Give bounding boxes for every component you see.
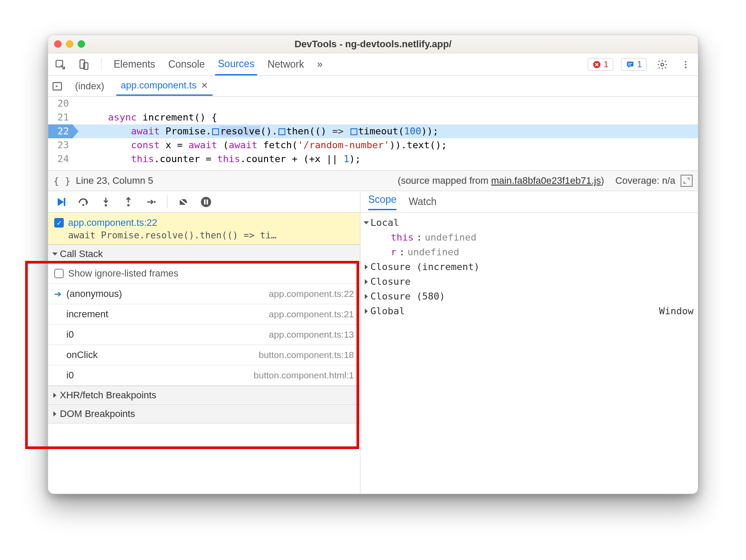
step-out-icon[interactable] xyxy=(122,195,135,208)
async-step-marker-icon[interactable] xyxy=(350,128,357,135)
expand-icon[interactable] xyxy=(681,175,693,187)
right-pane: Scope Watch Local this: undefined r: und… xyxy=(360,191,698,494)
scope-closure: Closure (increment) xyxy=(370,260,480,274)
current-frame-icon: ➔ xyxy=(54,289,62,299)
code-editor[interactable]: 20 21async increment() { 22 await Promis… xyxy=(48,97,698,170)
svg-rect-19 xyxy=(206,199,208,205)
xhr-breakpoints-header[interactable]: XHR/fetch Breakpoints xyxy=(48,386,360,405)
callstack-frame[interactable]: ➔(anonymous)app.component.ts:22 xyxy=(48,284,360,304)
inspect-element-icon[interactable] xyxy=(52,57,68,72)
cursor-position: Line 23, Column 5 xyxy=(76,175,154,186)
line-number[interactable]: 24 xyxy=(48,152,72,166)
scope-closure: Closure (580) xyxy=(370,289,445,304)
chevron-down-icon[interactable] xyxy=(364,221,369,225)
scope-value: undefined xyxy=(408,245,459,260)
frame-function: i0 xyxy=(66,370,74,381)
checkbox[interactable] xyxy=(54,269,64,278)
step-icon[interactable] xyxy=(144,195,157,208)
tab-network[interactable]: Network xyxy=(265,54,307,75)
step-over-icon[interactable] xyxy=(77,195,90,208)
window-title: DevTools - ng-devtools.netlify.app/ xyxy=(48,39,698,50)
issues-count: 1 xyxy=(637,59,642,69)
error-badge[interactable]: 1 xyxy=(588,58,613,71)
file-tab-index[interactable]: (index) xyxy=(71,77,108,95)
settings-icon[interactable] xyxy=(654,57,670,72)
tab-console[interactable]: Console xyxy=(166,54,207,75)
frame-function: increment xyxy=(66,309,108,320)
file-tab-label: app.component.ts xyxy=(121,80,196,91)
left-pane: ✓ app.component.ts:22 await Promise.reso… xyxy=(48,191,360,494)
frame-location: button.component.ts:18 xyxy=(259,350,354,360)
kebab-menu-icon[interactable] xyxy=(678,57,694,72)
svg-rect-12 xyxy=(64,198,65,206)
callstack-header[interactable]: Call Stack xyxy=(48,244,360,264)
devtools-window: DevTools - ng-devtools.netlify.app/ Elem… xyxy=(48,35,698,494)
frame-location: app.component.ts:22 xyxy=(269,289,354,299)
close-icon[interactable]: ✕ xyxy=(201,80,208,91)
svg-point-14 xyxy=(105,204,107,206)
async-step-marker-icon[interactable] xyxy=(212,128,219,135)
callstack-frame[interactable]: i0button.component.html:1 xyxy=(48,365,360,386)
svg-rect-4 xyxy=(627,62,633,66)
svg-point-16 xyxy=(154,201,156,202)
step-into-icon[interactable] xyxy=(99,195,112,208)
dom-breakpoints-header[interactable]: DOM Breakpoints xyxy=(48,405,360,423)
section-title: XHR/fetch Breakpoints xyxy=(60,390,157,401)
callstack-frame[interactable]: onClickbutton.component.ts:18 xyxy=(48,345,360,365)
async-step-marker-icon[interactable] xyxy=(278,128,285,135)
svg-rect-6 xyxy=(628,65,631,65)
chevron-right-icon xyxy=(53,411,56,417)
chevron-right-icon[interactable] xyxy=(365,294,368,299)
section-title: DOM Breakpoints xyxy=(60,408,135,420)
paused-snippet: await Promise.resolve().then(() => ti… xyxy=(54,230,354,241)
scope-local: Local xyxy=(370,215,399,230)
svg-point-15 xyxy=(127,204,129,206)
tab-watch[interactable]: Watch xyxy=(409,196,436,208)
callstack-frame[interactable]: i0app.component.ts:13 xyxy=(48,325,360,345)
paused-location[interactable]: app.component.ts:22 xyxy=(68,217,157,228)
sourcemap-link[interactable]: main.fa8bfa0e23f1eb71.js xyxy=(491,175,601,186)
paused-banner: ✓ app.component.ts:22 await Promise.reso… xyxy=(48,213,360,244)
section-title: Call Stack xyxy=(60,248,103,260)
svg-point-8 xyxy=(685,61,687,62)
callstack-frame[interactable]: incrementapp.component.ts:21 xyxy=(48,304,360,325)
navigator-toggle-icon[interactable] xyxy=(52,81,63,92)
chevron-down-icon xyxy=(52,253,58,256)
frame-function: i0 xyxy=(66,329,74,340)
checkbox-label: Show ignore-listed frames xyxy=(68,268,178,279)
scope-closure: Closure xyxy=(370,274,411,289)
line-number[interactable]: 23 xyxy=(48,138,72,152)
chevron-right-icon[interactable] xyxy=(365,264,368,270)
code-line: async increment() { xyxy=(100,111,217,124)
code-line: const x = await (await fetch('/random-nu… xyxy=(100,138,447,152)
breakpoint-checkbox[interactable]: ✓ xyxy=(54,218,64,228)
pause-on-exceptions-icon[interactable] xyxy=(200,195,213,208)
line-number-active[interactable]: 22 xyxy=(48,124,72,138)
titlebar: DevTools - ng-devtools.netlify.app/ xyxy=(48,35,698,53)
debugger-toolbar xyxy=(48,191,360,213)
tab-more[interactable]: » xyxy=(314,54,325,75)
line-number[interactable]: 20 xyxy=(48,97,72,111)
chevron-right-icon[interactable] xyxy=(365,279,368,284)
file-tab-app-component[interactable]: app.component.ts ✕ xyxy=(116,76,213,96)
svg-point-10 xyxy=(685,66,687,68)
pretty-print-icon[interactable]: { } xyxy=(53,176,71,186)
issues-badge[interactable]: 1 xyxy=(621,58,647,71)
line-number[interactable]: 21 xyxy=(48,111,72,124)
show-ignored-frames-row[interactable]: Show ignore-listed frames xyxy=(48,264,360,284)
deactivate-breakpoints-icon[interactable] xyxy=(177,195,190,208)
device-toggle-icon[interactable] xyxy=(76,57,92,72)
tab-scope[interactable]: Scope xyxy=(368,194,396,210)
code-line: await Promise.resolve().then(() => timeo… xyxy=(100,124,438,138)
scope-value: Window xyxy=(659,304,694,319)
code-line: this.counter = this.counter + (+x || 1); xyxy=(100,152,361,166)
sourcemap-info: (source mapped from main.fa8bfa0e23f1eb7… xyxy=(398,175,604,186)
tab-elements[interactable]: Elements xyxy=(111,54,158,75)
chevron-right-icon[interactable] xyxy=(365,309,368,314)
svg-point-7 xyxy=(661,63,664,66)
scope-tree[interactable]: Local this: undefined r: undefined Closu… xyxy=(360,213,698,323)
tab-sources[interactable]: Sources xyxy=(215,54,257,75)
separator xyxy=(167,195,167,208)
resume-icon[interactable] xyxy=(54,195,67,208)
debugger-panes: ✓ app.component.ts:22 await Promise.reso… xyxy=(48,191,698,494)
